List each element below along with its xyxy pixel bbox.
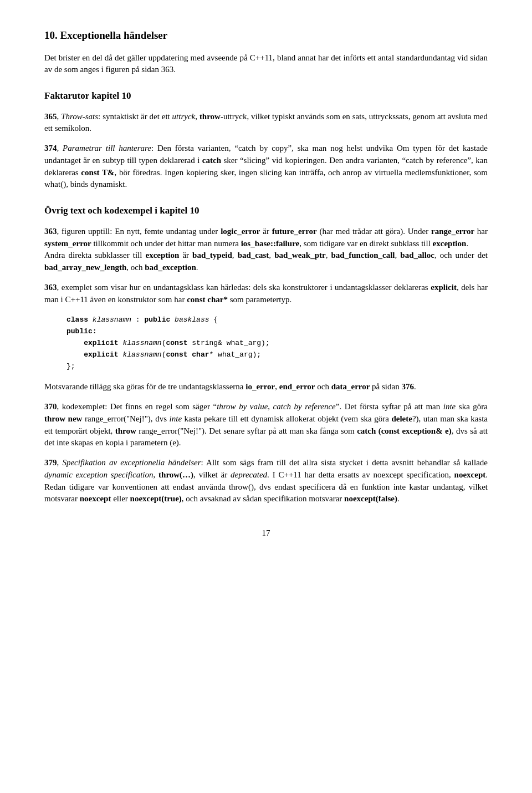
parametrar-374-label: 374, Parametrar till hanterare: Den förs… [44, 144, 488, 189]
page-content: 10. Exceptionella händelser Det brister … [44, 28, 488, 540]
ovrig-heading: Övrig text och kodexempel i kapitel 10 [44, 204, 488, 218]
intro-paragraph: Det brister en del då det gäller uppdate… [44, 52, 488, 77]
faktarutor-paragraph: 365, Throw-sats: syntaktiskt är det ett … [44, 111, 488, 135]
faktarutor-365-label: 365, Throw-sats: syntaktiskt är det ett … [44, 112, 488, 133]
code-line-5: }; [66, 361, 488, 373]
p370-paragraph: 370, kodexemplet: Det finns en regel som… [44, 401, 488, 449]
intro-text: Det brister en del då det gäller uppdate… [44, 53, 488, 74]
code-line-3: explicit klassnamn(const string& what_ar… [66, 338, 488, 349]
code-line-2: public: [66, 326, 488, 338]
page-heading: 10. Exceptionella händelser [44, 28, 488, 43]
p379-paragraph: 379, Specifikation av exceptionella händ… [44, 457, 488, 505]
p363-1-paragraph: 363, figuren upptill: En nytt, femte und… [44, 226, 488, 274]
faktarutor-heading: Faktarutor kapitel 10 [44, 89, 488, 103]
parametrar-paragraph: 374, Parametrar till hanterare: Den förs… [44, 143, 488, 191]
code-line-1: class klassnamn : public basklass { [66, 314, 488, 326]
p363-2-paragraph: 363, exemplet som visar hur en undantags… [44, 282, 488, 306]
p-motsvara-paragraph: Motsvarande tillägg ska göras för de tre… [44, 381, 488, 393]
page-number: 17 [44, 527, 488, 540]
code-block: class klassnamn : public basklass { publ… [66, 314, 488, 372]
code-line-4: explicit klassnamn(const char* what_arg)… [66, 349, 488, 361]
